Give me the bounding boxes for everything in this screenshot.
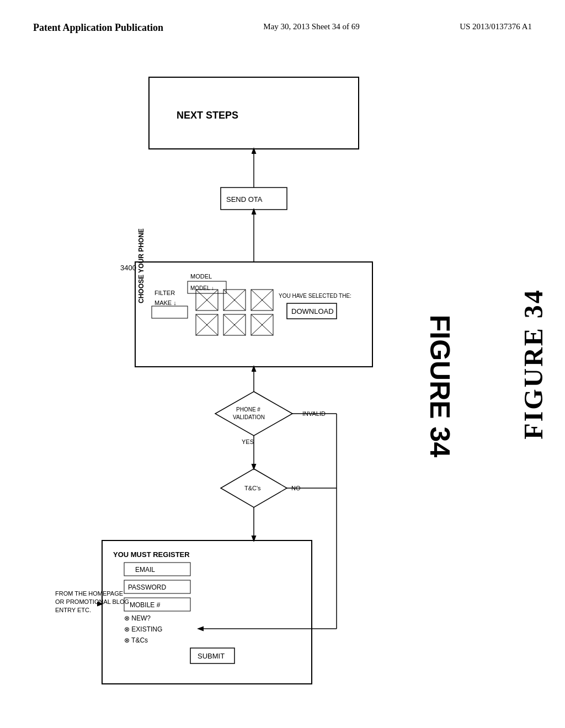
svg-text:YES: YES (242, 438, 254, 445)
patent-number: US 2013/0137376 A1 (460, 22, 532, 31)
svg-text:MODEL: MODEL (190, 273, 212, 280)
svg-text:ENTRY ETC.: ENTRY ETC. (55, 607, 91, 613)
svg-text:YOU MUST REGISTER: YOU MUST REGISTER (113, 550, 190, 559)
svg-text:SUBMIT: SUBMIT (198, 652, 225, 660)
flow-diagram: NEXT STEPS SEND OTA CHOOSE YOUR PHONE MO… (28, 66, 497, 711)
svg-marker-37 (215, 392, 292, 436)
svg-rect-51 (102, 540, 312, 684)
svg-text:FILTER: FILTER (154, 290, 175, 296)
svg-text:SEND OTA: SEND OTA (226, 195, 263, 204)
svg-text:⊗ T&Cs: ⊗ T&Cs (124, 636, 148, 644)
svg-text:CHOOSE YOUR PHONE: CHOOSE YOUR PHONE (137, 228, 145, 303)
svg-rect-53 (124, 563, 190, 576)
svg-text:PHONE #: PHONE # (236, 406, 260, 413)
svg-text:EMAIL: EMAIL (135, 566, 155, 574)
svg-text:T&C's: T&C's (244, 485, 261, 491)
svg-text:FROM THE HOMEPAGE: FROM THE HOMEPAGE (55, 590, 123, 597)
svg-text:MAKE ↓: MAKE ↓ (154, 299, 177, 306)
svg-text:MODEL ↓: MODEL ↓ (190, 285, 214, 291)
svg-text:VALIDATION: VALIDATION (233, 414, 265, 420)
svg-text:OR PROMOTIONAL BLOG: OR PROMOTIONAL BLOG (55, 598, 129, 605)
svg-text:DOWNLOAD: DOWNLOAD (291, 307, 334, 315)
svg-text:PASSWORD: PASSWORD (128, 584, 166, 591)
svg-text:MOBILE #: MOBILE # (130, 601, 161, 609)
svg-text:⊗ NEW?: ⊗ NEW? (124, 614, 151, 622)
svg-text:NEXT STEPS: NEXT STEPS (177, 110, 238, 121)
page-header: Patent Application Publication May 30, 2… (0, 22, 565, 34)
svg-text:FIGURE 34: FIGURE 34 (424, 315, 455, 458)
figure-label: FIGURE 34 (518, 288, 548, 440)
publication-title: Patent Application Publication (33, 22, 163, 34)
svg-rect-13 (152, 306, 188, 318)
svg-text:⊗ EXISTING: ⊗ EXISTING (124, 625, 162, 633)
sheet-info: May 30, 2013 Sheet 34 of 69 (263, 22, 360, 31)
svg-text:3400: 3400 (120, 264, 136, 272)
svg-text:YOU HAVE SELECTED THE:: YOU HAVE SELECTED THE: (279, 293, 351, 299)
